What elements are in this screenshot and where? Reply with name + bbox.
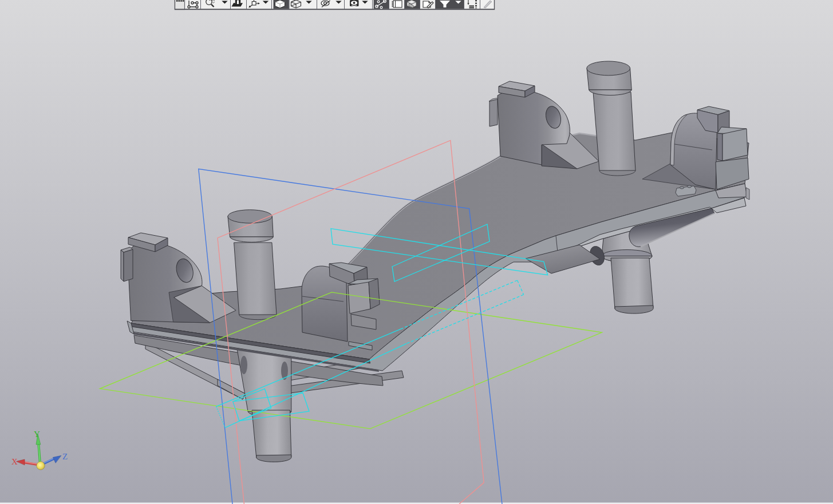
svg-text:Z: Z — [62, 452, 68, 461]
svg-text:X: X — [11, 457, 18, 466]
svg-text:Y: Y — [34, 430, 40, 439]
